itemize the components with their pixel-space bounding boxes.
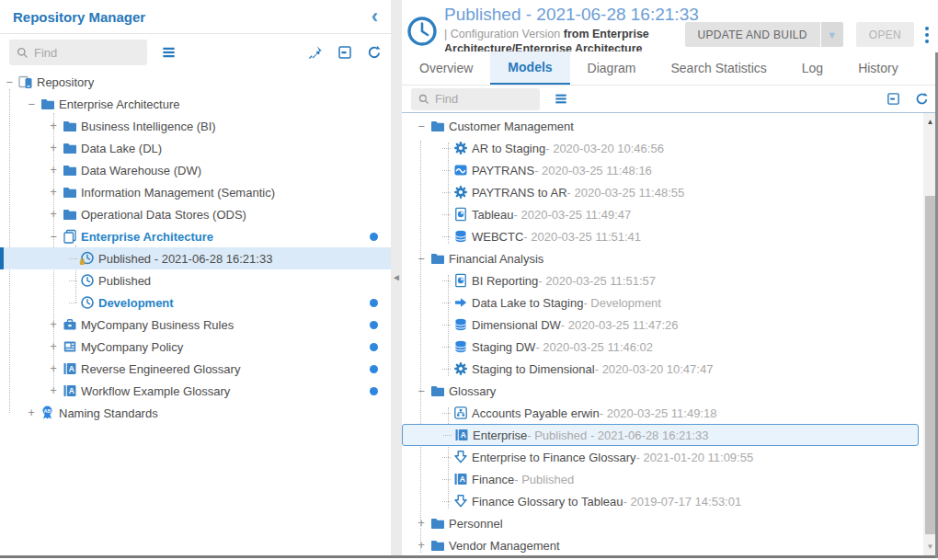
left-tree-row[interactable]: +Data Warehouse (DW) (0, 159, 391, 181)
float-window-icon[interactable] (887, 92, 900, 106)
collapse-icon[interactable]: − (47, 230, 60, 243)
tab-log[interactable]: Log (784, 51, 841, 85)
menu-icon[interactable] (555, 93, 567, 105)
right-tree-row[interactable]: −Customer Management (402, 115, 921, 137)
refresh-icon[interactable] (915, 92, 929, 106)
expand-icon[interactable]: + (47, 384, 60, 397)
left-tree-row[interactable]: +Business Intelligence (BI) (0, 115, 391, 137)
right-tree-row[interactable]: WEBCTC - 2020-03-25 11:51:41 (402, 225, 921, 247)
right-tree-row[interactable]: Staging DW - 2020-03-25 11:46:02 (402, 336, 921, 358)
splitter-collapse-icon[interactable]: ◄ (392, 272, 401, 282)
tree-connector (442, 236, 451, 237)
expand-icon[interactable]: + (47, 208, 60, 221)
expand-icon[interactable]: + (47, 186, 60, 199)
update-and-build-dropdown[interactable]: ▼ (821, 22, 843, 47)
version-title: Published - 2021-06-28 16:21:33 (444, 5, 720, 25)
collapse-icon[interactable]: − (3, 75, 16, 88)
tree-connector (442, 192, 451, 193)
right-tree-row[interactable]: Staging to Dimensional - 2020-03-20 10:4… (402, 358, 921, 380)
folder-icon (429, 119, 445, 133)
right-tree-row[interactable]: Tableau - 2020-03-25 11:49:47 (402, 203, 921, 225)
right-tree-row[interactable]: AR to Staging - 2020-03-20 10:46:56 (402, 137, 921, 159)
more-options-icon[interactable] (925, 25, 929, 44)
db-icon (452, 339, 468, 354)
left-tree-row[interactable]: +Data Lake (DL) (0, 137, 391, 159)
right-tree-row[interactable]: −Financial Analysis (402, 247, 921, 269)
right-tree-row[interactable]: PAYTRANS - 2020-03-25 11:48:16 (402, 159, 921, 181)
tree-item-label: Personnel (449, 517, 503, 531)
left-tree-row[interactable]: −Enterprise Architecture (0, 93, 391, 115)
collapse-icon[interactable]: − (25, 97, 38, 110)
tab-models[interactable]: Models (490, 51, 569, 85)
models-toolbar (402, 86, 938, 113)
version-detail-panel: Published - 2021-06-28 16:21:33 | Config… (402, 0, 938, 555)
menu-icon[interactable] (162, 46, 176, 59)
right-tree-row[interactable]: −Glossary (402, 380, 921, 402)
left-tree-row[interactable]: +AWorkflow Example Glossary (0, 380, 391, 402)
left-tree-row[interactable]: +MyCompany Policy (0, 336, 391, 358)
right-tree-row[interactable]: AEnterprise - Published - 2021-06-28 16:… (402, 424, 919, 446)
right-tree-row[interactable]: Data Lake to Staging - Development (402, 291, 921, 314)
tree-connector (442, 280, 451, 281)
right-tree-row[interactable]: +Vendor Management (402, 534, 921, 556)
right-tree-row[interactable]: Finance Glossary to Tableau - 2019-07-17… (402, 490, 921, 512)
collapse-icon[interactable]: − (415, 384, 428, 397)
collapse-icon[interactable]: − (415, 252, 428, 265)
collapse-panel-icon[interactable]: ‹ (372, 8, 378, 25)
update-and-build-button[interactable]: UPDATE AND BUILD (685, 22, 820, 47)
left-tree-row[interactable]: +MyCompany Business Rules (0, 314, 391, 336)
right-tree-row[interactable]: AFinance - Published (402, 468, 921, 490)
tab-diagram[interactable]: Diagram (570, 51, 654, 85)
search-icon (17, 47, 29, 59)
tree-connector (442, 214, 451, 215)
tab-search-statistics[interactable]: Search Statistics (654, 51, 784, 85)
window-bottom-edge (0, 555, 938, 558)
right-tree-row[interactable]: Accounts Payable erwin - 2020-03-25 11:4… (402, 402, 921, 424)
tab-overview[interactable]: Overview (402, 51, 490, 85)
tree-item-label: Data Lake (DL) (81, 142, 162, 155)
scrollbar-thumb[interactable] (925, 196, 935, 534)
tree-item-meta: - 2020-03-25 11:49:18 (600, 406, 717, 420)
expand-icon[interactable]: + (47, 362, 60, 375)
left-tree-row[interactable]: +AReverse Engineered Glossary (0, 358, 391, 380)
right-tree-row[interactable]: Enterprise to Finance Glossary - 2021-01… (402, 446, 921, 468)
clock-icon (79, 295, 95, 310)
expand-icon[interactable]: + (47, 120, 60, 132)
tree-item-label: Dimensional DW (472, 318, 561, 332)
tree-connector (69, 258, 77, 259)
expand-icon[interactable]: + (415, 539, 428, 552)
expand-icon[interactable]: + (47, 318, 60, 331)
left-tree-row[interactable]: +Operational Data Stores (ODS) (0, 203, 391, 225)
panel-splitter[interactable]: ◄ (391, 0, 402, 555)
folder-icon (429, 538, 445, 553)
pin-icon[interactable] (308, 45, 323, 60)
tree-connector (442, 479, 451, 480)
tab-history[interactable]: History (841, 51, 916, 85)
left-tree-row[interactable]: −Enterprise Architecture (0, 225, 391, 247)
left-tree-row[interactable]: +Information Management (Semantic) (0, 181, 391, 203)
folder-icon (40, 97, 55, 111)
models-search-input[interactable] (435, 92, 527, 106)
left-tree-row[interactable]: Development (0, 291, 391, 314)
left-search-box[interactable] (9, 40, 147, 65)
open-button[interactable]: OPEN (856, 22, 914, 47)
models-search-box[interactable] (411, 88, 540, 110)
right-tree-row[interactable]: +Personnel (402, 512, 921, 534)
tree-item-label: Development (98, 296, 174, 310)
expand-icon[interactable]: + (415, 517, 428, 530)
left-tree-row[interactable]: Published - 2021-06-28 16:21:33 (0, 247, 391, 269)
expand-icon[interactable]: + (25, 406, 38, 419)
right-tree-row[interactable]: Dimensional DW - 2020-03-25 11:47:26 (402, 314, 921, 336)
float-window-icon[interactable] (337, 45, 352, 60)
left-tree-row[interactable]: Published (0, 269, 391, 291)
expand-icon[interactable]: + (47, 164, 60, 177)
right-tree-row[interactable]: PAYTRANS to AR - 2020-03-25 11:48:55 (402, 181, 921, 203)
left-tree-row[interactable]: +ABNaming Standards (0, 402, 391, 424)
left-tree-row[interactable]: −Repository (0, 71, 391, 93)
right-tree-row[interactable]: BI Reporting - 2020-03-25 11:51:57 (402, 269, 921, 291)
refresh-icon[interactable] (367, 45, 382, 60)
expand-icon[interactable]: + (47, 142, 60, 154)
collapse-icon[interactable]: − (415, 120, 428, 132)
expand-icon[interactable]: + (47, 340, 60, 353)
left-search-input[interactable] (34, 46, 126, 60)
